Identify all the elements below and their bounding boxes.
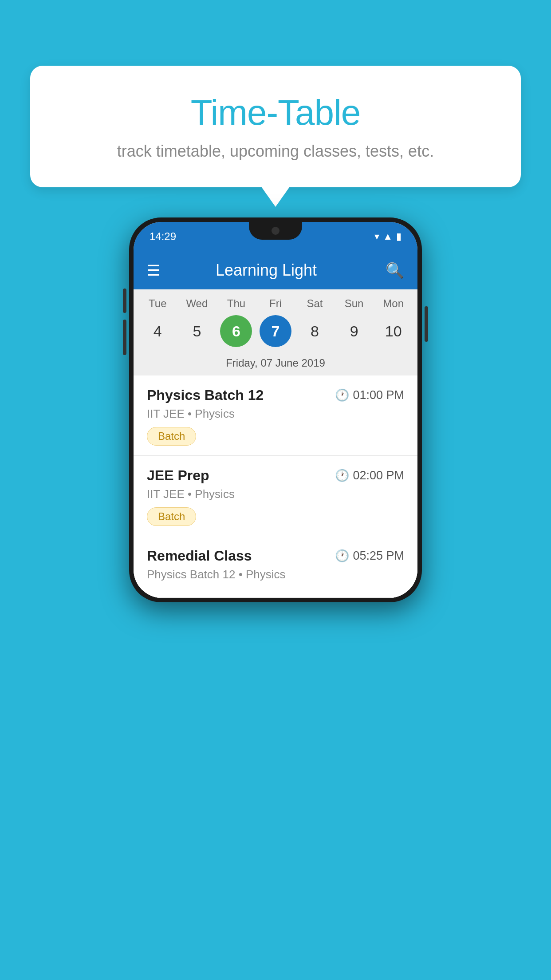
item-3-title: Remedial Class xyxy=(147,548,252,564)
status-time: 14:29 xyxy=(150,230,176,243)
status-bar: 14:29 ▾ ▲ ▮ xyxy=(134,222,417,251)
day-header-fri: Fri xyxy=(260,297,291,310)
day-7-selected[interactable]: 7 xyxy=(260,315,291,347)
clock-icon-2: 🕐 xyxy=(335,469,349,482)
selected-date-label: Friday, 07 June 2019 xyxy=(134,353,417,375)
clock-icon-1: 🕐 xyxy=(335,388,349,402)
app-bar-title: Learning Light xyxy=(147,261,386,280)
clock-icon-3: 🕐 xyxy=(335,549,349,563)
item-1-time: 🕐 01:00 PM xyxy=(335,388,404,402)
item-3-time: 🕐 05:25 PM xyxy=(335,549,404,563)
item-2-title: JEE Prep xyxy=(147,467,209,484)
day-header-tue: Tue xyxy=(142,297,173,310)
item-3-header: Remedial Class 🕐 05:25 PM xyxy=(147,548,404,564)
schedule-item-2[interactable]: JEE Prep 🕐 02:00 PM IIT JEE • Physics Ba… xyxy=(134,456,417,536)
power-button xyxy=(425,306,428,342)
day-5[interactable]: 5 xyxy=(181,315,213,347)
bubble-subtitle: track timetable, upcoming classes, tests… xyxy=(57,142,494,161)
calendar-strip: Tue Wed Thu Fri Sat Sun Mon 4 5 6 7 8 9 … xyxy=(134,289,417,375)
day-header-mon: Mon xyxy=(378,297,409,310)
day-10[interactable]: 10 xyxy=(378,315,409,347)
schedule-item-3[interactable]: Remedial Class 🕐 05:25 PM Physics Batch … xyxy=(134,536,417,598)
volume-down-button xyxy=(123,320,126,355)
day-header-sat: Sat xyxy=(299,297,331,310)
item-1-batch-tag: Batch xyxy=(147,427,196,446)
volume-up-button xyxy=(123,288,126,313)
day-header-sun: Sun xyxy=(338,297,370,310)
camera xyxy=(272,227,279,235)
wifi-icon: ▾ xyxy=(374,231,379,242)
speech-bubble: Time-Table track timetable, upcoming cla… xyxy=(30,66,521,187)
app-bar: ☰ Learning Light 🔍 xyxy=(134,251,417,289)
notch xyxy=(249,222,302,240)
item-1-subtitle: IIT JEE • Physics xyxy=(147,407,404,421)
day-6-today[interactable]: 6 xyxy=(220,315,252,347)
day-header-thu: Thu xyxy=(220,297,252,310)
schedule-list: Physics Batch 12 🕐 01:00 PM IIT JEE • Ph… xyxy=(134,375,417,598)
phone-mockup: 14:29 ▾ ▲ ▮ ☰ Learning Light 🔍 Tue xyxy=(129,217,422,602)
battery-icon: ▮ xyxy=(396,231,401,242)
item-2-subtitle: IIT JEE • Physics xyxy=(147,487,404,501)
item-3-subtitle: Physics Batch 12 • Physics xyxy=(147,568,404,581)
signal-icon: ▲ xyxy=(383,231,393,242)
day-8[interactable]: 8 xyxy=(299,315,331,347)
schedule-item-1[interactable]: Physics Batch 12 🕐 01:00 PM IIT JEE • Ph… xyxy=(134,375,417,456)
day-9[interactable]: 9 xyxy=(338,315,370,347)
phone-screen: 14:29 ▾ ▲ ▮ ☰ Learning Light 🔍 Tue xyxy=(134,222,417,598)
item-1-title: Physics Batch 12 xyxy=(147,387,264,403)
day-headers: Tue Wed Thu Fri Sat Sun Mon xyxy=(134,297,417,315)
item-2-time: 🕐 02:00 PM xyxy=(335,469,404,482)
search-icon[interactable]: 🔍 xyxy=(386,261,404,279)
day-numbers: 4 5 6 7 8 9 10 xyxy=(134,315,417,353)
day-4[interactable]: 4 xyxy=(142,315,173,347)
phone-frame: 14:29 ▾ ▲ ▮ ☰ Learning Light 🔍 Tue xyxy=(129,217,422,602)
item-2-batch-tag: Batch xyxy=(147,507,196,526)
item-1-header: Physics Batch 12 🕐 01:00 PM xyxy=(147,387,404,403)
speech-bubble-container: Time-Table track timetable, upcoming cla… xyxy=(30,66,521,187)
bubble-title: Time-Table xyxy=(57,92,494,133)
item-2-header: JEE Prep 🕐 02:00 PM xyxy=(147,467,404,484)
day-header-wed: Wed xyxy=(181,297,213,310)
status-icons: ▾ ▲ ▮ xyxy=(374,231,401,242)
